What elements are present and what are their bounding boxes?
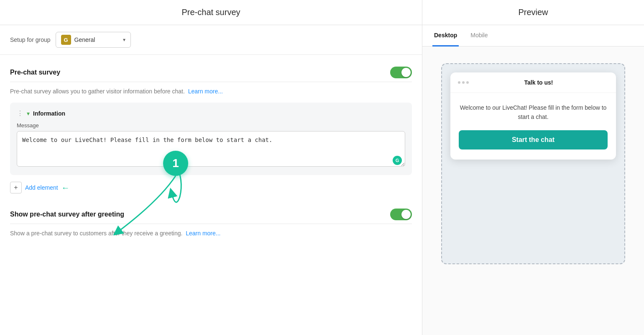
preview-frame: Talk to us! Welcome to our LiveChat! Ple… [441,63,625,264]
chat-menu-dots [458,81,469,84]
pre-chat-survey-section: Pre-chat survey Pre-chat survey allows y… [10,67,412,193]
info-block-header: ⋮ ▾ Information [17,109,405,117]
greeting-section-header: Show pre-chat survey after greeting [10,209,412,220]
section-divider [10,82,412,82]
setup-bar: Setup for group G General ▾ [0,25,422,55]
chat-widget-header: Talk to us! [450,72,616,93]
info-block-title: Information [33,110,65,117]
grammarly-icon: G [393,156,402,165]
greeting-section: Show pre-chat survey after greeting Show… [10,209,412,238]
add-element-row: + Add element ← [10,182,412,193]
greeting-description: Show a pre-chat survey to customers afte… [10,229,412,238]
tab-desktop[interactable]: Desktop [432,25,459,46]
annotation-number-1: 1 [163,151,188,176]
chat-widget-title: Talk to us! [469,79,608,86]
left-panel-title: Pre-chat survey [181,8,240,17]
chat-widget: Talk to us! Welcome to our LiveChat! Ple… [450,72,616,160]
greeting-toggle-track [390,209,412,220]
left-content: Pre-chat survey Pre-chat survey allows y… [0,55,422,335]
right-panel: Preview Desktop Mobile [422,0,644,335]
left-header: Pre-chat survey [0,0,422,25]
textarea-wrapper: Welcome to our LiveChat! Please fill in … [17,131,405,168]
chevron-down-icon: ▾ [123,37,125,43]
pre-chat-learn-more-link[interactable]: Learn more... [188,88,223,95]
group-avatar: G [61,35,71,45]
preview-content: Talk to us! Welcome to our LiveChat! Ple… [422,46,644,335]
greeting-divider [10,224,412,224]
preview-tabs: Desktop Mobile [422,25,644,46]
chat-welcome-text: Welcome to our LiveChat! Please fill in … [459,103,608,122]
start-chat-button[interactable]: Start the chat [459,130,608,149]
setup-for-group-label: Setup for group [10,36,51,43]
chat-dot-1 [458,81,460,84]
greeting-toggle[interactable] [390,209,412,220]
pre-chat-survey-toggle[interactable] [390,67,412,78]
group-select-dropdown[interactable]: G General ▾ [56,32,131,48]
group-name: General [74,36,120,43]
arrow-indicator-icon: ← [61,183,70,193]
add-element-button[interactable]: + [10,182,22,193]
message-textarea[interactable]: Welcome to our LiveChat! Please fill in … [17,131,405,167]
message-field-label: Message [17,122,405,129]
left-panel: Pre-chat survey Setup for group G Genera… [0,0,422,335]
chat-widget-body: Welcome to our LiveChat! Please fill in … [450,93,616,160]
toggle-thumb [401,68,411,77]
pre-chat-survey-header: Pre-chat survey [10,67,412,78]
toggle-track [390,67,412,78]
tab-mobile[interactable]: Mobile [469,25,489,46]
collapse-icon[interactable]: ▾ [27,110,30,117]
information-block: ⋮ ▾ Information Message Welcome to our L… [10,103,412,175]
right-header: Preview [422,0,644,25]
greeting-learn-more-link[interactable]: Learn more... [186,230,220,237]
greeting-toggle-thumb [401,210,411,219]
pre-chat-survey-title: Pre-chat survey [10,69,60,76]
preview-title: Preview [518,8,548,17]
add-element-label[interactable]: Add element [25,184,58,191]
pre-chat-description: Pre-chat survey allows you to gather vis… [10,87,412,96]
greeting-section-title: Show pre-chat survey after greeting [10,211,124,218]
chat-dot-2 [462,81,465,84]
drag-handle-icon[interactable]: ⋮ [17,109,23,117]
